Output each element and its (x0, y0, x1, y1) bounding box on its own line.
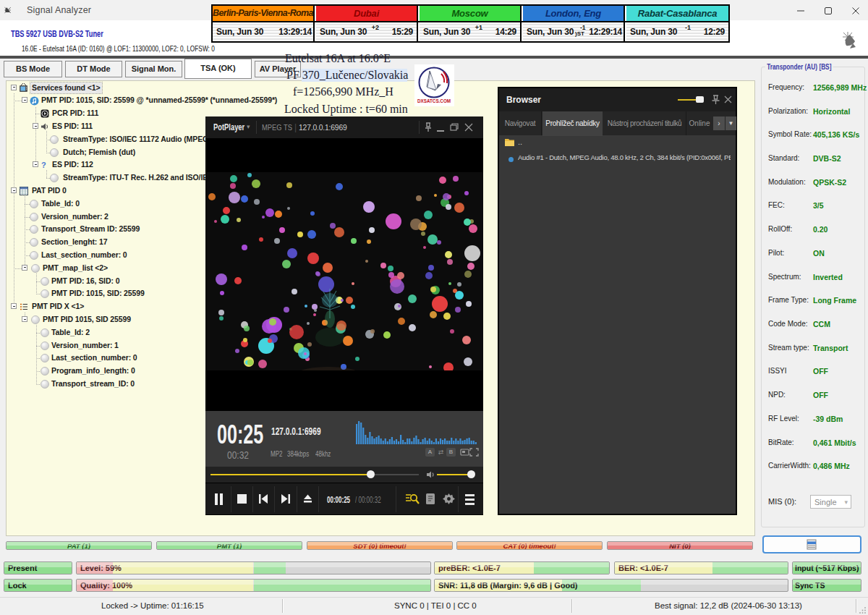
svg-text:DXSATCS.COM: DXSATCS.COM (417, 98, 451, 103)
